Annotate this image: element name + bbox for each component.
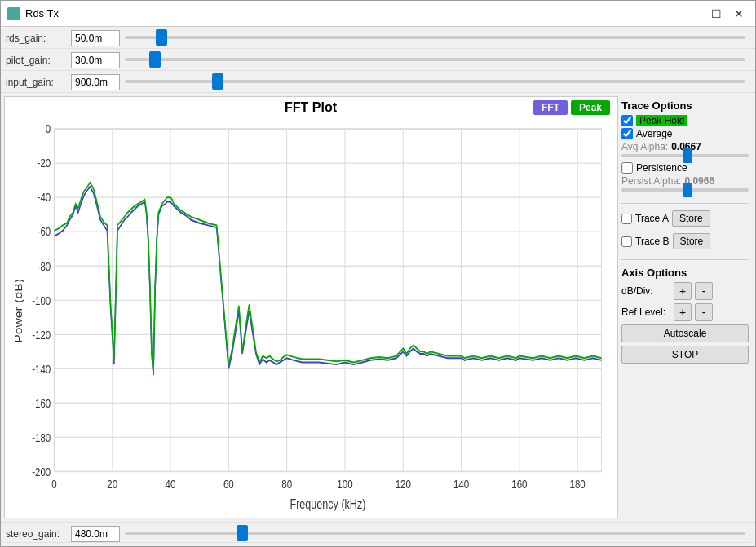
- peak-hold-label: Peak Hold: [636, 115, 687, 126]
- input-gain-label: input_gain:: [6, 77, 71, 88]
- db-div-minus-button[interactable]: -: [695, 282, 713, 300]
- svg-text:-160: -160: [32, 396, 51, 410]
- rds-gain-value[interactable]: 50.0m: [71, 30, 120, 46]
- rds-gain-row: rds_gain: 50.0m: [1, 27, 755, 49]
- axis-options-section: Axis Options dB/Div: + - Ref Level: + - …: [621, 267, 749, 364]
- svg-text:-180: -180: [32, 430, 51, 444]
- svg-text:60: 60: [223, 478, 234, 492]
- peak-hold-row: Peak Hold: [621, 115, 749, 126]
- main-window: Rds Tx — ☐ ✕ rds_gain: 50.0m pilot_gain:…: [0, 0, 756, 547]
- svg-text:180: 180: [570, 478, 586, 492]
- trace-a-store-button[interactable]: Store: [672, 210, 710, 227]
- svg-text:40: 40: [166, 478, 176, 492]
- stereo-gain-value[interactable]: 480.0m: [71, 526, 120, 542]
- input-gain-thumb[interactable]: [212, 73, 223, 90]
- window-title: Rds Tx: [25, 7, 683, 20]
- trace-b-checkbox[interactable]: [621, 236, 632, 247]
- svg-text:0: 0: [51, 478, 56, 492]
- stereo-gain-row: stereo_gain: 480.0m: [1, 522, 755, 546]
- plot-area: FFT Plot FFT Peak: [4, 96, 617, 518]
- average-row: Average: [621, 128, 749, 139]
- svg-text:0: 0: [46, 122, 51, 136]
- chart-wrapper: 0 -20 -40 -60 -80 -100 -120 -140 -160 -1…: [5, 118, 617, 518]
- db-div-row: dB/Div: + -: [621, 282, 749, 300]
- input-gain-row: input_gain: 900.0m: [1, 71, 755, 93]
- peak-hold-checkbox[interactable]: [621, 115, 633, 126]
- persistence-checkbox[interactable]: [621, 162, 633, 174]
- svg-text:140: 140: [453, 478, 469, 492]
- svg-text:20: 20: [107, 478, 117, 492]
- trace-a-row: Trace A Store: [621, 210, 749, 227]
- stereo-gain-track-container: [120, 532, 750, 536]
- svg-text:-20: -20: [38, 157, 51, 170]
- stereo-gain-label: stereo_gain:: [6, 528, 71, 540]
- pilot-gain-value[interactable]: 30.0m: [71, 52, 120, 68]
- plot-title: FFT Plot: [285, 100, 337, 115]
- axis-options-title: Axis Options: [621, 267, 749, 279]
- average-label: Average: [636, 128, 672, 139]
- chart-svg-container: 0 -20 -40 -60 -80 -100 -120 -140 -160 -1…: [11, 118, 610, 514]
- svg-text:-140: -140: [32, 362, 51, 376]
- pilot-gain-row: pilot_gain: 30.0m: [1, 49, 755, 71]
- divider-1: [621, 203, 749, 204]
- peak-button[interactable]: Peak: [571, 100, 610, 115]
- plot-buttons: FFT Peak: [533, 100, 610, 115]
- fft-button[interactable]: FFT: [533, 100, 568, 115]
- persist-alpha-slider[interactable]: [621, 188, 749, 192]
- ref-level-minus-button[interactable]: -: [695, 303, 713, 321]
- rds-gain-label: rds_gain:: [6, 33, 71, 44]
- ref-level-row: Ref Level: + -: [621, 303, 749, 321]
- ref-level-plus-button[interactable]: +: [674, 303, 692, 321]
- ref-level-label: Ref Level:: [621, 307, 670, 318]
- pilot-gain-label: pilot_gain:: [6, 55, 71, 66]
- autoscale-button[interactable]: Autoscale: [621, 324, 749, 342]
- trace-options-title: Trace Options: [621, 99, 749, 112]
- app-icon: [7, 7, 20, 20]
- content-area: rds_gain: 50.0m pilot_gain: 30.0m input_…: [1, 27, 755, 546]
- average-checkbox[interactable]: [621, 128, 633, 139]
- persistence-label: Persistence: [636, 162, 687, 174]
- svg-text:-80: -80: [38, 259, 51, 273]
- svg-text:Frequency (kHz): Frequency (kHz): [290, 497, 366, 512]
- persist-alpha-thumb[interactable]: [683, 183, 692, 197]
- rds-gain-thumb[interactable]: [156, 29, 167, 46]
- avg-alpha-thumb[interactable]: [683, 148, 692, 163]
- svg-text:-40: -40: [38, 191, 51, 205]
- trace-b-label: Trace B: [635, 236, 670, 247]
- avg-alpha-slider[interactable]: [621, 154, 749, 157]
- stop-button[interactable]: STOP: [621, 346, 749, 364]
- input-gain-value[interactable]: 900.0m: [71, 74, 120, 90]
- trace-b-store-button[interactable]: Store: [673, 233, 711, 249]
- trace-b-row: Trace B Store: [621, 233, 749, 249]
- stereo-gain-inner-row: stereo_gain: 480.0m: [6, 526, 750, 543]
- avg-alpha-label: Avg Alpha:: [621, 141, 668, 152]
- input-gain-track: [125, 80, 745, 83]
- svg-text:-200: -200: [32, 465, 51, 479]
- pilot-gain-slider-track-container: [120, 58, 750, 63]
- title-bar: Rds Tx — ☐ ✕: [1, 1, 755, 27]
- db-div-label: dB/Div:: [621, 285, 670, 297]
- plot-title-bar: FFT Plot FFT Peak: [5, 97, 617, 118]
- svg-text:100: 100: [337, 478, 352, 492]
- stereo-gain-track: [125, 532, 745, 535]
- input-gain-slider-track-container: [120, 80, 750, 85]
- svg-text:Power (dB): Power (dB): [12, 279, 24, 343]
- minimize-button[interactable]: —: [683, 6, 703, 22]
- svg-text:120: 120: [396, 478, 411, 492]
- stereo-gain-thumb[interactable]: [237, 525, 248, 541]
- pilot-gain-thumb[interactable]: [149, 51, 161, 68]
- close-button[interactable]: ✕: [729, 6, 749, 22]
- svg-text:-60: -60: [38, 225, 51, 239]
- svg-text:-100: -100: [32, 293, 51, 307]
- svg-text:80: 80: [281, 478, 292, 492]
- db-div-plus-button[interactable]: +: [674, 282, 692, 300]
- svg-text:160: 160: [511, 478, 527, 492]
- trace-a-label: Trace A: [635, 213, 669, 224]
- divider-2: [621, 259, 749, 260]
- trace-a-checkbox[interactable]: [621, 214, 632, 224]
- trace-options-section: Trace Options Peak Hold Average Avg Alph…: [621, 99, 749, 196]
- maximize-button[interactable]: ☐: [706, 6, 726, 22]
- window-controls: — ☐ ✕: [683, 6, 749, 22]
- pilot-gain-track: [125, 58, 745, 61]
- fft-chart: 0 -20 -40 -60 -80 -100 -120 -140 -160 -1…: [11, 118, 610, 514]
